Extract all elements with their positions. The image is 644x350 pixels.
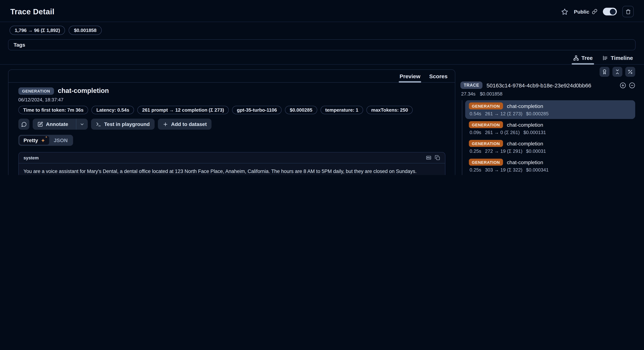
trash-icon [626, 9, 630, 14]
generation-badge: GENERATION [469, 140, 503, 147]
generation-meta-badges: Time to first token: 7m 36s Latency: 0.5… [18, 106, 445, 114]
generation-badge: GENERATION [469, 102, 503, 110]
observation-row[interactable]: GENERATION chat-completion 0.25s 303 → 1… [465, 156, 635, 175]
star-icon[interactable] [561, 8, 568, 15]
observation-duration: 0.25s [470, 148, 481, 154]
add-to-dataset-label: Add to dataset [171, 121, 207, 127]
tab-preview[interactable]: Preview [400, 73, 420, 82]
markdown-toggle-icon[interactable] [426, 155, 432, 160]
playground-label: Test in playground [104, 121, 150, 127]
observation-list: GENERATION chat-completion 0.54s 261 → 1… [462, 100, 635, 175]
meta-badge-latency[interactable]: Latency: 0.54s [92, 106, 134, 114]
chevron-down-icon [80, 122, 84, 126]
message-system: system You are a voice assistant for Mar… [18, 152, 445, 175]
observation-title: chat-completion [507, 140, 543, 146]
top-bar: Trace Detail Public [0, 0, 644, 22]
meta-badge-maxtokens[interactable]: maxTokens: 250 [366, 106, 413, 114]
view-tabs: Tree Timeline [0, 50, 644, 65]
format-pretty-label: Pretty [24, 137, 38, 143]
sparkles-icon: ✦✦ [40, 138, 45, 143]
panel-tabs: Preview Scores [8, 70, 455, 83]
trace-detail-page: Trace Detail Public 1,796 → 96 (Σ 1,892)… [0, 0, 644, 175]
link-icon [592, 9, 597, 14]
generation-title: chat-completion [58, 87, 109, 95]
award-icon [602, 69, 607, 74]
system-paragraph: You are a voice assistant for Mary's Den… [24, 168, 440, 175]
annotate-dropdown[interactable] [76, 119, 88, 130]
page-title: Trace Detail [10, 7, 54, 16]
trace-node[interactable]: TRACE 50163c14-9784-4cb9-b18e-23e924d0bb… [460, 82, 635, 89]
trace-tokens-badge[interactable]: 1,796 → 96 (Σ 1,892) [10, 26, 65, 35]
observation-title: chat-completion [507, 159, 543, 165]
trace-cost-badge[interactable]: $0.001858 [69, 26, 102, 35]
trace-badges-row: 1,796 → 96 (Σ 1,892) $0.001858 [0, 22, 644, 36]
observation-tokens: 272 → 19 (Σ 291) [485, 148, 522, 154]
plus-icon [163, 122, 168, 127]
tree-icon [573, 55, 579, 61]
observation-preview-panel: Preview Scores GENERATION chat-completio… [8, 70, 455, 175]
meta-badge-cost[interactable]: $0.000285 [285, 106, 317, 114]
sidebar-toolbar [460, 67, 635, 77]
observation-row[interactable]: GENERATION chat-completion 0.54s 261 → 1… [465, 100, 635, 119]
public-toggle[interactable] [603, 8, 617, 16]
meta-badge-tokens[interactable]: 261 prompt → 12 completion (Σ 273) [137, 106, 229, 114]
toggle-knob [610, 9, 616, 14]
edit-icon [38, 122, 43, 127]
tab-timeline-label: Timeline [611, 55, 633, 61]
observation-duration: 0.25s [470, 167, 481, 172]
public-share[interactable]: Public [574, 9, 597, 14]
playground-button[interactable]: Test in playground [91, 119, 154, 130]
message-role: system [24, 155, 39, 160]
scores-award-button[interactable] [600, 67, 610, 77]
annotate-button[interactable]: Annotate [33, 119, 73, 130]
trace-stats: 27.34s $0.001858 [461, 91, 635, 96]
observation-cost: $0.00031 [526, 148, 546, 154]
meta-badge-model[interactable]: gpt-35-turbo-1106 [232, 106, 282, 114]
generation-actions: Annotate Test in playground Add to datas… [18, 119, 445, 130]
add-to-dataset-button[interactable]: Add to dataset [158, 119, 212, 130]
generation-header: GENERATION chat-completion [18, 87, 445, 95]
observation-tokens: 261 → 12 (Σ 273) [485, 111, 522, 116]
generation-type-badge: GENERATION [18, 87, 54, 94]
observation-row[interactable]: GENERATION chat-completion 0.09s 261 → 0… [465, 119, 635, 138]
top-actions: Public [561, 6, 634, 17]
metrics-percent-button[interactable] [625, 67, 635, 77]
trace-tree-sidebar: TRACE 50163c14-9784-4cb9-b18e-23e924d0bb… [455, 65, 644, 175]
message-header-icons [426, 155, 440, 160]
observation-row[interactable]: GENERATION chat-completion 0.25s 272 → 1… [465, 138, 635, 156]
format-json[interactable]: JSON [50, 136, 72, 145]
circle-minus-icon[interactable] [629, 82, 635, 88]
collapse-all-button[interactable] [612, 67, 622, 77]
copy-icon[interactable] [435, 155, 440, 160]
message-body: You are a voice assistant for Mary's Den… [19, 164, 445, 175]
terminal-icon [96, 122, 101, 127]
annotate-label: Annotate [46, 121, 68, 127]
observation-tokens: 261 → 0 (Σ 261) [485, 130, 520, 135]
tab-tree[interactable]: Tree [573, 55, 593, 64]
comment-button[interactable] [18, 119, 29, 130]
generation-timestamp: 06/12/2024, 18:37:47 [18, 97, 445, 102]
comment-icon [21, 122, 26, 127]
message-header: system [19, 152, 445, 164]
annotate-split-button: Annotate [33, 119, 88, 130]
observation-cost: $0.000341 [526, 167, 549, 172]
timeline-icon [602, 55, 608, 61]
circle-plus-icon[interactable] [620, 82, 626, 88]
trace-duration: 27.34s [461, 91, 476, 96]
trace-cost: $0.001858 [480, 91, 502, 96]
trace-expand-controls [620, 82, 635, 88]
observation-cost: $0.000285 [526, 111, 549, 116]
meta-badge-ttft[interactable]: Time to first token: 7m 36s [18, 106, 88, 114]
delete-button[interactable] [622, 6, 634, 17]
tags-box[interactable]: Tags [8, 39, 636, 50]
generation-badge: GENERATION [469, 159, 503, 166]
tab-scores[interactable]: Scores [429, 73, 448, 82]
format-toggle: Pretty ✦✦ JSON [18, 135, 73, 146]
meta-badge-temperature[interactable]: temperature: 1 [320, 106, 363, 114]
observation-cost: $0.000131 [524, 130, 546, 135]
observation-duration: 0.54s [470, 111, 481, 116]
trace-type-badge: TRACE [460, 82, 482, 89]
tab-timeline[interactable]: Timeline [602, 55, 633, 64]
generation-badge: GENERATION [469, 121, 503, 128]
format-pretty[interactable]: Pretty ✦✦ [20, 136, 50, 145]
